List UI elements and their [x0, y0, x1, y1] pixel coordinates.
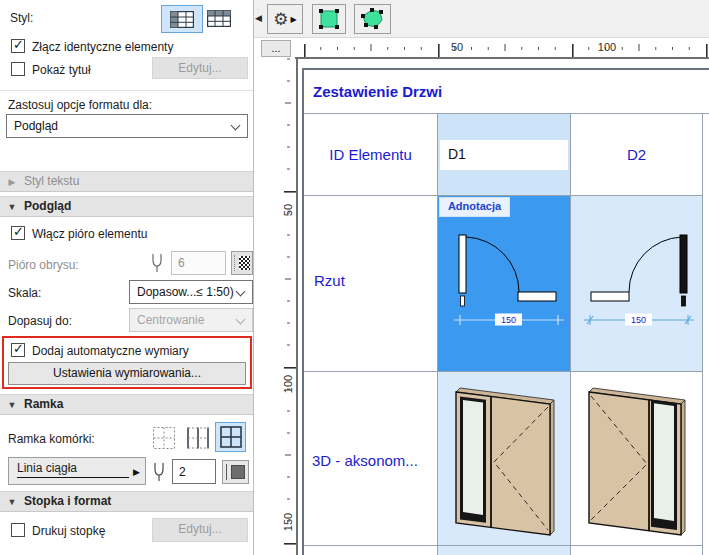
fit-to-dropdown[interactable]: Centrowanie — [129, 308, 253, 332]
cell-frame-label: Ramka komórki: — [8, 432, 95, 446]
triangle-right-icon: ▶ — [133, 467, 140, 477]
cell-border-vertical-icon — [187, 427, 209, 449]
chevron-down-icon — [231, 121, 241, 131]
enable-element-pen-checkbox[interactable] — [11, 226, 25, 240]
id-header-text: ID Elementu — [304, 146, 437, 163]
h-ruler-label-100: 100 — [594, 41, 620, 53]
format-target-dropdown[interactable]: Podgląd — [6, 114, 248, 138]
schedule-table: Zestawienie Drzwi ID Elementu D1 D2 Rzut… — [302, 68, 709, 555]
print-footer-label: Drukuj stopkę — [32, 524, 105, 538]
axon-row-label-cell[interactable]: 3D - aksonom... — [304, 372, 438, 546]
polygon-selection-button[interactable] — [354, 4, 391, 34]
line-type-dropdown[interactable]: Linia ciągła ▶ — [8, 457, 146, 485]
table-style-rows-button[interactable] — [207, 10, 237, 30]
marquee-polygon-icon — [361, 8, 385, 30]
fit-to-label: Dopasuj do: — [8, 314, 72, 328]
frame-pen-color-button[interactable] — [222, 460, 249, 484]
cell-edit-box[interactable]: D1 — [440, 140, 568, 170]
dimension-settings-button[interactable]: Ustawienia wymiarowania... — [8, 362, 246, 385]
scale-value: Dopasow...≤ 1:50) — [137, 285, 234, 299]
door-plan-d1-drawing: 150 — [452, 230, 567, 330]
axon-d1-cell[interactable] — [438, 372, 571, 546]
axon-d2-cell[interactable] — [571, 372, 703, 546]
print-footer-checkbox[interactable] — [11, 523, 25, 537]
door-d1-header-cell[interactable]: D1 — [438, 114, 571, 196]
plan-d2-cell[interactable]: 150 — [571, 196, 703, 372]
format-target-value: Podgląd — [14, 119, 58, 133]
fit-to-value: Centrowanie — [137, 313, 204, 327]
next-row-d1-cell[interactable] — [438, 546, 571, 555]
outline-pen-color-button[interactable] — [231, 251, 253, 275]
apply-format-label: Zastosuj opcje formatu dla: — [8, 98, 152, 112]
scale-dropdown[interactable]: Dopasow...≤ 1:50) — [129, 280, 253, 304]
edit-title-button[interactable]: Edytuj... — [152, 57, 248, 79]
style-label: Styl: — [10, 11, 33, 25]
outline-pen-label: Pióro obrysu: — [8, 258, 79, 272]
table-style-rows-icon — [207, 10, 231, 27]
cell-border-all-button[interactable] — [215, 422, 246, 452]
cell-border-none-button[interactable] — [153, 427, 175, 453]
id-header-cell[interactable]: ID Elementu — [304, 114, 438, 196]
show-title-checkbox[interactable] — [11, 62, 25, 76]
table-style-columns-icon — [170, 11, 194, 28]
table-title-cell[interactable]: Zestawienie Drzwi — [304, 70, 709, 114]
scale-label: Skala: — [8, 286, 41, 300]
frame-pen-input[interactable] — [172, 459, 216, 484]
selection-mode-button[interactable] — [312, 4, 346, 34]
v-ruler-label-150: 150 — [282, 508, 294, 536]
divider-line — [226, 464, 227, 480]
auto-dimensions-label: Dodaj automatyczne wymiary — [32, 344, 189, 358]
merge-identical-label: Złącz identyczne elementy — [32, 40, 173, 54]
section-preview[interactable]: ▼Podgląd — [0, 196, 253, 217]
merge-identical-checkbox[interactable] — [11, 39, 25, 53]
pen-icon — [152, 461, 166, 483]
axon-row-label: 3D - aksonom... — [312, 452, 418, 469]
ruler-edge-line — [295, 57, 709, 59]
separator — [0, 90, 253, 91]
divider-dotted — [234, 255, 236, 271]
schedule-settings-window: { "left_panel": { "style_label": "Styl:"… — [0, 0, 709, 555]
plan-row-label: Rzut — [314, 272, 345, 289]
horizontal-ruler[interactable] — [295, 38, 709, 57]
dimension-text: 150 — [501, 315, 516, 325]
dimension-text: 150 — [631, 315, 646, 325]
v-ruler-label-100: 100 — [282, 370, 294, 398]
triangle-right-icon: ▶ — [0, 173, 24, 192]
table-style-columns-button[interactable] — [161, 5, 203, 33]
auto-dimensions-checkbox[interactable] — [11, 343, 25, 357]
triangle-right-icon: ▶ — [291, 15, 297, 24]
h-ruler-label-50: 50 — [448, 41, 466, 53]
outline-pen-input[interactable] — [171, 251, 226, 275]
door-id-1-text: D1 — [448, 146, 466, 162]
vertical-ruler[interactable] — [281, 58, 297, 555]
chevron-down-icon — [236, 287, 246, 297]
collapse-panel-arrow-icon[interactable]: ◀ — [255, 13, 262, 23]
gear-icon: ⚙ — [273, 11, 288, 28]
edit-footer-button[interactable]: Edytuj... — [152, 518, 248, 542]
chevron-down-icon — [236, 315, 246, 325]
door-3d-d2-drawing — [587, 380, 687, 537]
triangle-down-icon: ▼ — [0, 198, 24, 217]
cell-border-vertical-button[interactable] — [187, 427, 209, 453]
section-frame[interactable]: ▼Ramka — [0, 394, 253, 415]
settings-panel: Styl: Złącz identyczne elementy Pokaż ty… — [0, 0, 254, 555]
triangle-down-icon: ▼ — [0, 493, 24, 512]
plan-row-label-cell[interactable]: Rzut — [304, 196, 438, 372]
v-ruler-label-50: 50 — [282, 199, 294, 221]
annotation-badge: Adnotacja — [439, 197, 510, 217]
line-type-value: Linia ciągła — [17, 461, 77, 475]
ruler-options-button[interactable]: ... — [261, 40, 291, 57]
marquee-square-icon — [318, 8, 340, 30]
plan-d1-cell[interactable]: Adnotacja 150 — [438, 196, 571, 372]
preview-options-button[interactable]: ⚙ ▶ — [267, 4, 303, 34]
door-3d-d1-drawing — [454, 380, 556, 537]
cell-border-all-icon — [220, 426, 242, 448]
next-row-d2-cell[interactable] — [571, 546, 703, 555]
door-d2-header-cell[interactable]: D2 — [571, 114, 703, 196]
section-footer[interactable]: ▼Stopka i format — [0, 491, 253, 512]
next-row-label-cell[interactable] — [304, 546, 438, 555]
section-text-style[interactable]: ▶Styl tekstu — [0, 171, 253, 192]
color-swatch — [231, 465, 245, 479]
triangle-down-icon: ▼ — [0, 396, 24, 415]
ruler-edge-line-vertical — [296, 58, 298, 555]
